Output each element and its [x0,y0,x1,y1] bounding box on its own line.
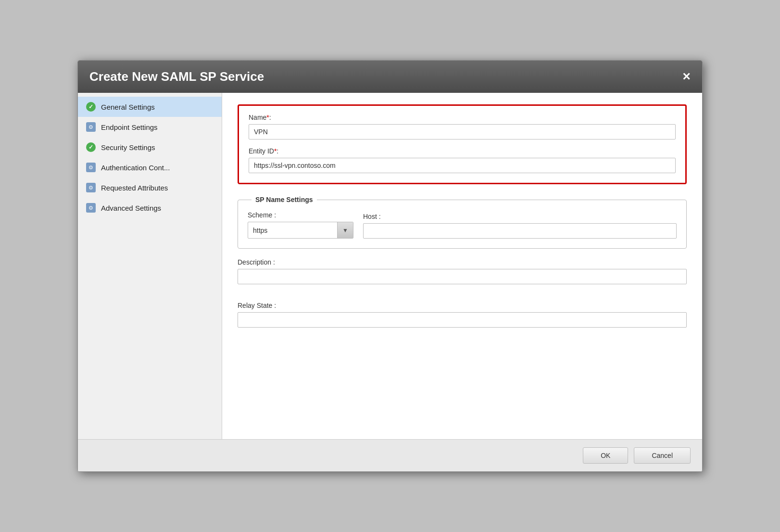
sidebar-item-label: Authentication Cont... [101,164,170,172]
highlighted-section: Name*: Entity ID*: [238,104,687,184]
sidebar-item-advanced-settings[interactable]: ⚙ Advanced Settings [78,198,222,218]
authentication-icon: ⚙ [86,162,96,173]
sidebar-item-endpoint-settings[interactable]: ⚙ Endpoint Settings [78,117,222,137]
endpoint-settings-icon: ⚙ [86,122,96,132]
name-input[interactable] [249,124,676,139]
host-label: Host : [363,213,677,220]
scheme-label: Scheme : [248,211,353,219]
advanced-settings-icon: ⚙ [86,203,96,213]
sidebar-item-label: General Settings [101,103,155,111]
scheme-select-wrapper: https http ▼ [248,222,353,239]
dialog-header: Create New SAML SP Service ✕ [78,61,702,93]
sp-name-settings-group: SP Name Settings Scheme : https http ▼ [238,196,687,249]
relay-state-label: Relay State : [238,302,687,309]
security-settings-icon: ✓ [86,142,96,152]
dialog-footer: OK Cancel [78,439,702,471]
description-input[interactable] [238,269,687,284]
name-label: Name*: [249,114,676,121]
cancel-button[interactable]: Cancel [634,447,691,464]
dialog-title: Create New SAML SP Service [89,69,264,84]
create-saml-dialog: Create New SAML SP Service ✕ ✓ General S… [77,60,703,472]
sidebar-item-label: Requested Attributes [101,184,168,192]
close-button[interactable]: ✕ [682,72,691,82]
sidebar-item-label: Endpoint Settings [101,123,158,131]
relay-state-input[interactable] [238,312,687,328]
ok-button[interactable]: OK [583,447,628,464]
entity-id-label: Entity ID*: [249,147,676,155]
sidebar-item-requested-attributes[interactable]: ⚙ Requested Attributes [78,177,222,198]
sidebar-item-authentication-cont[interactable]: ⚙ Authentication Cont... [78,157,222,177]
sidebar-item-security-settings[interactable]: ✓ Security Settings [78,137,222,157]
dialog-body: ✓ General Settings ⚙ Endpoint Settings ✓… [78,93,702,439]
sidebar-item-general-settings[interactable]: ✓ General Settings [78,97,222,117]
host-col: Host : [363,213,677,239]
scheme-host-row: Scheme : https http ▼ Host : [248,211,677,239]
host-input[interactable] [363,223,677,239]
scheme-select[interactable]: https http [248,223,337,238]
sp-name-settings-legend: SP Name Settings [252,196,317,203]
sidebar-item-label: Security Settings [101,143,155,152]
sidebar: ✓ General Settings ⚙ Endpoint Settings ✓… [78,93,222,439]
main-content: Name*: Entity ID*: SP Name Settings Sche… [222,93,702,439]
scheme-col: Scheme : https http ▼ [248,211,353,239]
entity-id-input[interactable] [249,158,676,173]
general-settings-icon: ✓ [86,101,96,112]
description-label: Description : [238,258,687,266]
requested-attributes-icon: ⚙ [86,182,96,193]
sidebar-item-label: Advanced Settings [101,204,161,212]
scheme-dropdown-arrow[interactable]: ▼ [337,222,353,238]
